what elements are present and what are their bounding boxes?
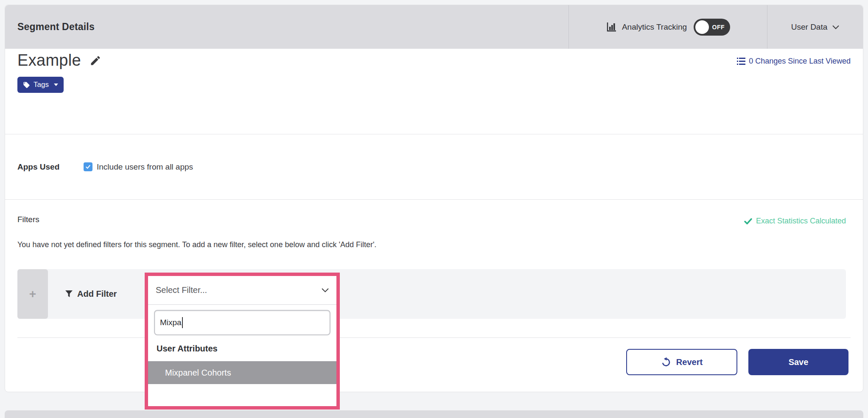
header-spacer bbox=[95, 5, 568, 49]
list-icon bbox=[737, 58, 745, 65]
text-caret bbox=[182, 317, 183, 328]
dropdown-search-wrap: Mixpa bbox=[148, 305, 336, 335]
revert-icon bbox=[661, 357, 671, 367]
caret-down-icon bbox=[54, 84, 58, 86]
filter-search-input[interactable]: Mixpa bbox=[154, 310, 330, 335]
add-filter-label: Add Filter bbox=[77, 289, 117, 299]
filters-heading: Filters bbox=[17, 215, 39, 224]
filters-section: Filters Exact Statistics Calculated You … bbox=[5, 200, 863, 393]
footer-divider bbox=[17, 337, 851, 338]
card-header: Segment Details Analytics Tracking OFF U… bbox=[5, 5, 863, 49]
dropdown-option-mixpanel-cohorts[interactable]: Mixpanel Cohorts bbox=[148, 361, 336, 384]
funnel-icon bbox=[65, 290, 73, 298]
include-all-apps-checkbox[interactable] bbox=[84, 162, 92, 171]
add-filter-row: + Add Filter bbox=[17, 269, 846, 319]
green-check-icon bbox=[744, 218, 752, 225]
apps-used-section: Apps Used Include users from all apps bbox=[5, 134, 863, 200]
select-filter-placeholder: Select Filter... bbox=[156, 285, 207, 295]
include-all-apps-label: Include users from all apps bbox=[97, 162, 193, 172]
tags-button-label: Tags bbox=[34, 81, 49, 89]
analytics-tracking-label: Analytics Tracking bbox=[622, 22, 687, 32]
user-data-dropdown[interactable]: User Data bbox=[767, 5, 863, 49]
revert-button[interactable]: Revert bbox=[626, 349, 737, 375]
filters-status-label: Exact Statistics Calculated bbox=[756, 217, 846, 226]
select-filter-dropdown[interactable]: Select Filter... bbox=[148, 276, 336, 305]
segment-details-card: Segment Details Analytics Tracking OFF U… bbox=[5, 5, 863, 392]
changes-since-last-viewed-link[interactable]: 0 Changes Since Last Viewed bbox=[737, 57, 851, 66]
add-filter-plus-button[interactable]: + bbox=[17, 269, 48, 319]
check-icon bbox=[85, 164, 91, 170]
chevron-down-icon bbox=[832, 25, 839, 29]
changes-link-label: 0 Changes Since Last Viewed bbox=[749, 57, 851, 66]
filter-search-value: Mixpa bbox=[160, 318, 182, 327]
bar-chart-icon bbox=[606, 22, 617, 33]
page-title: Segment Details bbox=[5, 21, 95, 33]
segment-name-section: Example 0 Changes Since Last Viewed bbox=[5, 49, 863, 134]
analytics-tracking-control: Analytics Tracking OFF bbox=[568, 5, 767, 49]
filter-dropdown-highlight-box: Select Filter... Mixpa User Attributes M… bbox=[145, 273, 340, 410]
toggle-knob bbox=[695, 20, 709, 34]
next-panel-header bbox=[5, 410, 863, 418]
segment-name-row: Example bbox=[17, 51, 101, 70]
save-button[interactable]: Save bbox=[748, 349, 848, 375]
tag-icon bbox=[23, 81, 30, 89]
filters-status: Exact Statistics Calculated bbox=[744, 217, 846, 226]
toggle-state-label: OFF bbox=[712, 24, 731, 31]
filters-empty-text: You have not yet defined filters for thi… bbox=[17, 240, 376, 249]
dropdown-group-header: User Attributes bbox=[157, 344, 336, 354]
tags-button[interactable]: Tags bbox=[17, 77, 64, 93]
user-data-label: User Data bbox=[791, 22, 828, 32]
analytics-tracking-toggle[interactable]: OFF bbox=[694, 19, 730, 36]
chevron-down-icon bbox=[322, 288, 329, 293]
pencil-icon[interactable] bbox=[90, 55, 101, 67]
segment-name: Example bbox=[17, 51, 81, 70]
apps-used-label: Apps Used bbox=[17, 162, 84, 172]
add-filter-label-wrap: Add Filter bbox=[65, 269, 117, 319]
revert-button-label: Revert bbox=[676, 357, 703, 367]
save-button-label: Save bbox=[789, 357, 809, 367]
